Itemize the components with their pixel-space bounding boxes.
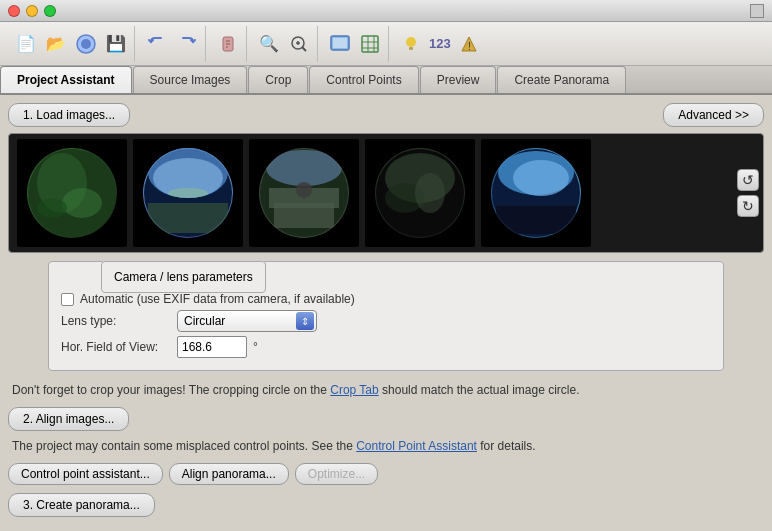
titlebar bbox=[0, 0, 772, 22]
new-button[interactable]: 📄 bbox=[12, 30, 40, 58]
degree-symbol: ° bbox=[253, 340, 258, 354]
fisheye-image-3 bbox=[259, 148, 349, 238]
image-thumb-4[interactable] bbox=[365, 139, 475, 247]
control-point-assistant-link[interactable]: Control Point Assistant bbox=[356, 439, 477, 453]
scroll-arrows: ↺ ↻ bbox=[737, 169, 759, 217]
toolbar: 📄 📂 💾 🔍 bbox=[0, 22, 772, 66]
svg-rect-43 bbox=[496, 206, 576, 234]
create-panorama-button[interactable]: 3. Create panorama... bbox=[8, 493, 155, 517]
scroll-down-button[interactable]: ↻ bbox=[737, 195, 759, 217]
number-label: 123 bbox=[427, 30, 453, 58]
undo-button[interactable] bbox=[143, 30, 171, 58]
svg-rect-29 bbox=[148, 203, 228, 233]
align-images-button[interactable]: 2. Align images... bbox=[8, 407, 129, 431]
load-images-button[interactable]: 1. Load images... bbox=[8, 103, 130, 127]
light-group: 123 ! bbox=[393, 26, 487, 62]
optimize-panorama-button[interactable]: Optimize... bbox=[295, 463, 378, 485]
cp-assistant-button[interactable]: Control point assistant... bbox=[8, 463, 163, 485]
lens-type-label: Lens type: bbox=[61, 314, 171, 328]
fov-label: Hor. Field of View: bbox=[61, 340, 171, 354]
fisheye-image-1 bbox=[27, 148, 117, 238]
edit-group bbox=[139, 26, 206, 62]
camera-params-legend: Camera / lens parameters bbox=[101, 261, 266, 293]
fisheye-image-4 bbox=[375, 148, 465, 238]
svg-text:!: ! bbox=[468, 41, 471, 52]
image-thumb-1[interactable] bbox=[17, 139, 127, 247]
fisheye-image-5 bbox=[491, 148, 581, 238]
svg-point-42 bbox=[513, 160, 569, 196]
lens-type-select[interactable]: Circular ⇕ bbox=[177, 310, 317, 332]
lens-type-row: Lens type: Circular ⇕ bbox=[61, 310, 711, 332]
assistant-button[interactable] bbox=[72, 30, 100, 58]
image-thumb-3[interactable] bbox=[249, 139, 359, 247]
light-button[interactable] bbox=[397, 30, 425, 58]
info-button[interactable]: ! bbox=[455, 30, 483, 58]
file-group: 📄 📂 💾 bbox=[8, 26, 135, 62]
view-group bbox=[322, 26, 389, 62]
svg-point-32 bbox=[266, 150, 342, 186]
image-thumb-5[interactable] bbox=[481, 139, 591, 247]
optimize-button[interactable] bbox=[214, 30, 242, 58]
crop-tab-link[interactable]: Crop Tab bbox=[330, 383, 378, 397]
image-thumb-2[interactable] bbox=[133, 139, 243, 247]
svg-point-1 bbox=[81, 39, 91, 49]
crop-info-text: Don't forget to crop your images! The cr… bbox=[12, 383, 760, 397]
tab-create-panorama[interactable]: Create Panorama bbox=[497, 66, 626, 93]
open-button[interactable]: 📂 bbox=[42, 30, 70, 58]
zoom-group: 🔍 bbox=[251, 26, 318, 62]
scroll-up-button[interactable]: ↺ bbox=[737, 169, 759, 191]
fisheye-image-2 bbox=[143, 148, 233, 238]
svg-rect-34 bbox=[274, 203, 334, 228]
zoom-out-button[interactable]: 🔍 bbox=[255, 30, 283, 58]
auto-row: Automatic (use EXIF data from camera, if… bbox=[61, 292, 711, 306]
auto-checkbox[interactable] bbox=[61, 293, 74, 306]
svg-rect-11 bbox=[333, 38, 347, 48]
tab-project-assistant[interactable]: Project Assistant bbox=[0, 66, 132, 93]
minimize-button[interactable] bbox=[26, 5, 38, 17]
svg-point-25 bbox=[37, 198, 67, 218]
misplaced-info-text: The project may contain some misplaced c… bbox=[12, 439, 760, 453]
window-controls bbox=[8, 5, 56, 17]
svg-rect-12 bbox=[362, 36, 378, 52]
svg-point-30 bbox=[168, 188, 208, 198]
table-button[interactable] bbox=[356, 30, 384, 58]
action-buttons-row: Control point assistant... Align panoram… bbox=[8, 463, 764, 485]
top-row: 1. Load images... Advanced >> bbox=[8, 103, 764, 127]
tab-source-images[interactable]: Source Images bbox=[133, 66, 248, 93]
align-row: 2. Align images... bbox=[8, 407, 764, 431]
tab-crop[interactable]: Crop bbox=[248, 66, 308, 93]
tool-group bbox=[210, 26, 247, 62]
tab-preview[interactable]: Preview bbox=[420, 66, 497, 93]
close-button[interactable] bbox=[8, 5, 20, 17]
tab-bar: Project Assistant Source Images Crop Con… bbox=[0, 66, 772, 95]
zoom-in-button[interactable] bbox=[285, 30, 313, 58]
svg-point-24 bbox=[62, 188, 102, 218]
fov-input[interactable] bbox=[177, 336, 247, 358]
svg-point-17 bbox=[406, 37, 416, 47]
main-content: 1. Load images... Advanced >> bbox=[0, 95, 772, 530]
align-panorama-button[interactable]: Align panorama... bbox=[169, 463, 289, 485]
create-row: 3. Create panorama... bbox=[8, 493, 764, 517]
svg-rect-18 bbox=[409, 47, 413, 50]
lens-type-arrow: ⇕ bbox=[296, 312, 314, 330]
auto-checkbox-label: Automatic (use EXIF data from camera, if… bbox=[80, 292, 355, 306]
fov-row: Hor. Field of View: ° bbox=[61, 336, 711, 358]
maximize-button[interactable] bbox=[44, 5, 56, 17]
resize-button[interactable] bbox=[750, 4, 764, 18]
advanced-button[interactable]: Advanced >> bbox=[663, 103, 764, 127]
svg-line-7 bbox=[302, 47, 306, 51]
camera-params-panel: Camera / lens parameters Automatic (use … bbox=[48, 261, 724, 371]
save-button[interactable]: 💾 bbox=[102, 30, 130, 58]
redo-button[interactable] bbox=[173, 30, 201, 58]
svg-point-39 bbox=[415, 173, 445, 213]
svg-point-35 bbox=[296, 182, 312, 198]
view-button[interactable] bbox=[326, 30, 354, 58]
tab-control-points[interactable]: Control Points bbox=[309, 66, 418, 93]
image-panel: ↺ ↻ bbox=[8, 133, 764, 253]
